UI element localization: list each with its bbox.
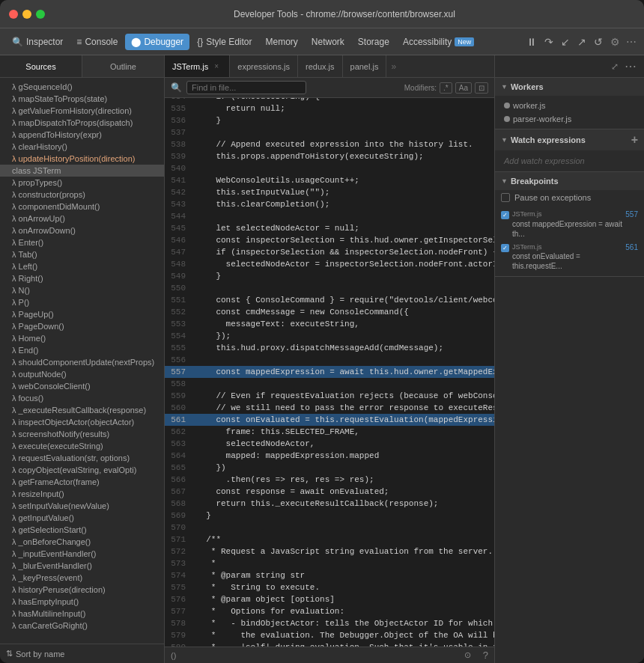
line-content[interactable] xyxy=(193,126,494,138)
outline-item-11[interactable]: λ onArrowUp() xyxy=(0,213,164,224)
line-content[interactable]: // we still need to pass the error respo… xyxy=(193,402,494,414)
close-tab-0[interactable]: × xyxy=(211,61,222,72)
breakpoint-item-1[interactable]: ✓JSTerm.jsconst onEvaluated = this.reque… xyxy=(498,241,641,274)
outline-item-40[interactable]: λ _blurEventHandler() xyxy=(0,560,164,572)
outline-item-5[interactable]: λ clearHistory() xyxy=(0,141,164,153)
line-content[interactable]: this.props.appendToHistory(executeString… xyxy=(193,150,494,162)
breakpoints-header[interactable]: ▼ Breakpoints xyxy=(495,172,644,190)
outline-item-29[interactable]: λ screenshotNotify(results) xyxy=(0,428,164,440)
line-content[interactable] xyxy=(193,162,494,174)
line-content[interactable]: * Request a JavaScript string evaluation… xyxy=(193,546,494,557)
step-out-button[interactable]: ↗ xyxy=(574,34,589,49)
line-content[interactable] xyxy=(193,378,494,390)
outline-item-25[interactable]: λ webConsoleClient() xyxy=(0,380,164,392)
outline-item-7[interactable]: class JSTerm xyxy=(0,165,164,177)
worker-item-1[interactable]: parser-worker.js xyxy=(501,112,638,126)
help-icon[interactable]: ? xyxy=(483,650,488,661)
line-content[interactable]: this.setInputValue(""); xyxy=(193,186,494,198)
line-content[interactable]: return this._executeResultCallback(respo… xyxy=(193,498,494,510)
outline-item-26[interactable]: λ focus() xyxy=(0,392,164,404)
line-content[interactable] xyxy=(193,522,494,534)
outline-item-35[interactable]: λ setInputValue(newValue) xyxy=(0,500,164,512)
regex-modifier[interactable]: .* xyxy=(440,82,452,94)
line-content[interactable]: * xyxy=(193,557,494,569)
memory-tab[interactable]: Memory xyxy=(260,34,304,50)
expand-icon[interactable]: ⤢ xyxy=(610,60,620,73)
line-content[interactable]: let selectedNodeActor = null; xyxy=(193,222,494,234)
outline-item-0[interactable]: λ gSequenceId() xyxy=(0,81,164,93)
add-watch-button[interactable]: + xyxy=(631,134,638,146)
line-content[interactable]: return null; xyxy=(193,103,494,114)
line-content[interactable]: const mappedExpression = await this.hud.… xyxy=(193,366,494,378)
outline-item-3[interactable]: λ mapDispatchToProps(dispatch) xyxy=(0,117,164,129)
outline-item-17[interactable]: λ N() xyxy=(0,284,164,296)
outline-item-22[interactable]: λ End() xyxy=(0,344,164,356)
line-content[interactable]: * - bindObjectActor: tells the ObjectAct… xyxy=(193,617,494,629)
outline-item-2[interactable]: λ getValueFromHistory(direction) xyxy=(0,105,164,117)
outline-item-30[interactable]: λ execute(executeString) xyxy=(0,440,164,452)
line-content[interactable]: } xyxy=(193,114,494,126)
code-editor[interactable]: 517 screenNotify(results) {518 const wra… xyxy=(165,98,494,647)
line-content[interactable]: // Append executed expression into the h… xyxy=(193,138,494,150)
word-modifier[interactable]: ⊡ xyxy=(475,82,488,94)
line-content[interactable]: }) xyxy=(193,462,494,474)
line-content[interactable]: * |self| during evaluation. Such that it… xyxy=(193,641,494,647)
search-input[interactable] xyxy=(186,81,306,94)
worker-item-0[interactable]: worker.js xyxy=(501,99,638,112)
line-content[interactable] xyxy=(193,354,494,366)
outline-item-41[interactable]: λ _keyPress(event) xyxy=(0,572,164,584)
outline-item-4[interactable]: λ appendToHistory(expr) xyxy=(0,129,164,141)
outline-item-16[interactable]: λ Right() xyxy=(0,272,164,284)
line-content[interactable]: * Options for evaluation: xyxy=(193,605,494,617)
watch-header[interactable]: ▼ Watch expressions + xyxy=(495,129,644,150)
pause-button[interactable]: ⏸ xyxy=(523,34,540,49)
outline-item-18[interactable]: λ P() xyxy=(0,296,164,308)
line-content[interactable]: this.clearCompletion(); xyxy=(193,198,494,210)
outline-item-6[interactable]: λ updateHistoryPosition(direction) xyxy=(0,153,164,165)
maximize-button[interactable] xyxy=(36,10,45,19)
outline-item-19[interactable]: λ PageUp() xyxy=(0,308,164,320)
line-content[interactable]: messageText: executeString, xyxy=(193,318,494,330)
line-content[interactable]: /** xyxy=(193,534,494,546)
outline-item-1[interactable]: λ mapStateToProps(state) xyxy=(0,93,164,105)
line-content[interactable]: }); xyxy=(193,330,494,342)
line-content[interactable] xyxy=(193,210,494,222)
line-content[interactable]: const cmdMessage = new ConsoleCommand({ xyxy=(193,306,494,318)
overflow-menu[interactable]: ⋯ xyxy=(625,34,638,49)
outline-item-44[interactable]: λ hasMultilineInput() xyxy=(0,608,164,620)
minimize-button[interactable] xyxy=(22,10,31,19)
outline-item-28[interactable]: λ inspectObjectActor(objectActor) xyxy=(0,416,164,428)
line-content[interactable]: WebConsoleUtils.usageCount++; xyxy=(193,174,494,186)
line-content[interactable]: } xyxy=(193,270,494,282)
outline-item-20[interactable]: λ PageDown() xyxy=(0,320,164,332)
outline-item-36[interactable]: λ getInputValue() xyxy=(0,512,164,524)
line-content[interactable]: * the evaluation. The Debugger.Object of… xyxy=(193,629,494,641)
outline-item-21[interactable]: λ Home() xyxy=(0,332,164,344)
file-tab-2[interactable]: redux.js xyxy=(298,55,343,77)
line-content[interactable]: * @param object [options] xyxy=(193,593,494,605)
outline-item-42[interactable]: λ historyPeruse(direction) xyxy=(0,584,164,596)
line-content[interactable]: selectedNodeActor, xyxy=(193,438,494,450)
line-content[interactable]: if (inspectorSelection && inspectorSelec… xyxy=(193,246,494,258)
line-content[interactable]: // Even if requestEvaluation rejects (be… xyxy=(193,390,494,402)
line-content[interactable]: this.hud.proxy.dispatchMessageAdd(cmdMes… xyxy=(193,342,494,354)
outline-item-24[interactable]: λ outputNode() xyxy=(0,368,164,380)
case-modifier[interactable]: Aa xyxy=(455,82,472,94)
outline-item-32[interactable]: λ copyObject(evalString, evalOpti) xyxy=(0,464,164,476)
network-tab[interactable]: Network xyxy=(306,34,350,50)
outline-item-37[interactable]: λ getSelectionStart() xyxy=(0,524,164,536)
console-tab[interactable]: ≡ Console xyxy=(70,34,124,50)
outline-item-33[interactable]: λ getFrameActor(frame) xyxy=(0,476,164,488)
inspector-tab[interactable]: 🔍 Inspector xyxy=(6,34,69,50)
outline-tab[interactable]: Outline xyxy=(82,55,164,77)
watch-placeholder[interactable]: Add watch expression xyxy=(501,153,638,168)
line-content[interactable]: const { ConsoleCommand } = require("devt… xyxy=(193,294,494,306)
bp-checkbox-1[interactable]: ✓ xyxy=(501,244,509,252)
line-content[interactable]: selectedNodeActor = inspectorSelection.n… xyxy=(193,258,494,270)
pause-checkbox[interactable] xyxy=(501,193,510,202)
reload-button[interactable]: ↺ xyxy=(591,34,606,49)
outline-item-14[interactable]: λ Tab() xyxy=(0,248,164,260)
line-content[interactable]: * @param string str xyxy=(193,569,494,581)
line-content[interactable]: const response = await onEvaluated; xyxy=(193,486,494,498)
outline-item-9[interactable]: λ constructor(props) xyxy=(0,189,164,201)
